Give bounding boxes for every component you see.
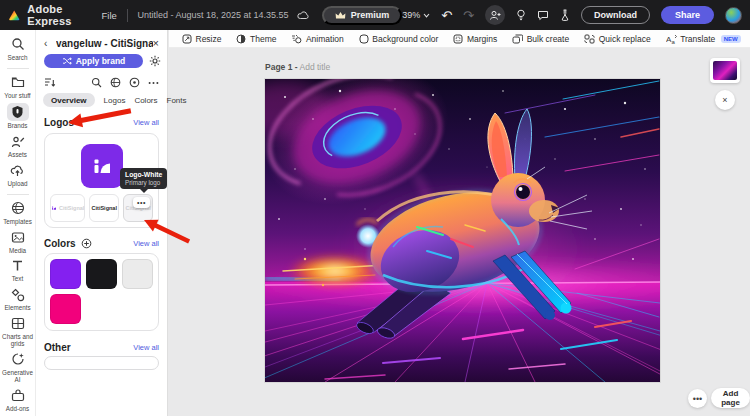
cloud-upload-icon	[8, 162, 28, 178]
rail-item-charts-grids[interactable]: Charts and grids	[1, 315, 35, 347]
back-chevron-button[interactable]: ‹	[44, 38, 54, 49]
top-bar: Adobe Express File Untitled - August 18,…	[0, 0, 750, 30]
rail-item-assets[interactable]: Assets	[1, 134, 35, 159]
color-swatch-black[interactable]	[86, 259, 117, 289]
translate-icon: Aa	[666, 34, 677, 44]
bulk-create-button[interactable]: Bulk create	[512, 34, 569, 44]
tab-colors[interactable]: Colors	[134, 93, 157, 107]
theme-button[interactable]: Theme	[236, 34, 276, 44]
rail-item-text[interactable]: Text	[1, 258, 35, 283]
zoom-control[interactable]: 39%	[402, 10, 430, 20]
panel-close-button[interactable]: ×	[153, 37, 159, 49]
brand-panel-title: vangeluw - CitiSignal__	[56, 38, 153, 49]
colors-view-all-link[interactable]: View all	[133, 239, 159, 248]
tab-fonts[interactable]: Fonts	[167, 93, 187, 107]
canvas-toolbar: Resize Theme Animation Background color …	[169, 30, 750, 48]
file-menu[interactable]: File	[101, 10, 116, 21]
color-swatch-white[interactable]	[122, 259, 153, 289]
page-thumbnail-image	[713, 61, 737, 80]
share-button[interactable]: Share	[661, 6, 714, 24]
download-button[interactable]: Download	[581, 6, 650, 24]
brand-settings-gear-icon[interactable]	[149, 55, 161, 67]
resize-button[interactable]: Resize	[182, 34, 221, 44]
animation-button[interactable]: Animation	[291, 34, 343, 44]
folder-icon	[8, 74, 28, 90]
rail-item-add-ons[interactable]: Add-ons	[1, 387, 35, 412]
logos-view-all-link[interactable]: View all	[133, 118, 159, 127]
redo-button[interactable]: ↷	[463, 9, 474, 22]
rail-item-upload[interactable]: Upload	[1, 162, 35, 187]
animation-icon	[291, 34, 302, 44]
panel-more-icon[interactable]	[148, 81, 159, 85]
color-swatch-purple[interactable]	[50, 259, 81, 289]
sort-icon[interactable]	[44, 77, 56, 88]
topbar-divider	[127, 9, 128, 22]
margins-button[interactable]: Margins	[453, 34, 497, 44]
rail-item-elements[interactable]: Elements	[1, 287, 35, 312]
logo-tooltip: Logo-White Primary logo	[120, 168, 167, 189]
canvas-area: Resize Theme Animation Background color …	[169, 30, 750, 416]
shared-brand-icon[interactable]	[110, 77, 121, 88]
media-image-icon	[8, 229, 28, 245]
mini-logo-mark	[51, 205, 57, 211]
person-pencil-icon	[8, 134, 28, 150]
colors-heading: Colors	[44, 238, 76, 249]
translate-button[interactable]: Aa Translate NEW	[666, 34, 741, 44]
brand-tabs: Overview Logos Colors Fonts	[43, 93, 161, 107]
tab-logos[interactable]: Logos	[104, 93, 126, 107]
floating-close-button[interactable]: ×	[715, 90, 735, 110]
user-avatar[interactable]	[725, 7, 742, 24]
page-artwork-neon-rabbit[interactable]	[265, 79, 660, 382]
adobe-express-logo-icon	[8, 7, 20, 24]
citisignal-logo-mark	[81, 144, 123, 188]
app-name: Adobe Express	[27, 3, 87, 27]
tile-more-button[interactable]: •••	[133, 197, 150, 208]
color-swatch-pink[interactable]	[50, 294, 81, 324]
add-title-placeholder[interactable]: Add title	[300, 62, 331, 72]
other-empty-row[interactable]	[44, 356, 159, 370]
page-more-button[interactable]: •••	[688, 389, 707, 408]
panel-search-icon[interactable]	[91, 77, 102, 88]
rail-item-your-stuff[interactable]: Your stuff	[1, 74, 35, 99]
document-title[interactable]: Untitled - August 18, 2025 at 14.35.55	[138, 10, 289, 20]
add-color-icon[interactable]	[81, 238, 92, 249]
theme-icon	[236, 34, 246, 44]
new-badge: NEW	[721, 35, 741, 43]
background-color-icon	[359, 34, 369, 44]
shuffle-icon	[62, 57, 72, 65]
beta-flask-icon[interactable]	[560, 9, 570, 21]
rail-item-media[interactable]: Media	[1, 229, 35, 254]
quick-replace-icon	[584, 34, 595, 44]
logo-tile-white[interactable]: CitiSignal	[50, 194, 85, 222]
text-icon	[8, 258, 28, 274]
person-add-icon	[489, 10, 501, 21]
bulk-create-icon	[512, 34, 523, 44]
rail-item-generative-ai[interactable]: Generative AI	[1, 351, 35, 383]
resize-icon	[182, 34, 192, 44]
target-icon[interactable]	[129, 77, 140, 88]
page-thumbnail[interactable]	[710, 58, 740, 83]
undo-button[interactable]: ↶	[441, 9, 452, 22]
premium-button[interactable]: Premium	[322, 6, 403, 25]
colors-card	[44, 253, 159, 331]
add-page-button[interactable]: Add page	[711, 388, 750, 408]
other-heading: Other	[44, 342, 71, 353]
rail-item-search[interactable]: Search	[1, 36, 35, 61]
background-color-button[interactable]: Background color	[359, 34, 439, 44]
rail-item-templates[interactable]: Templates	[1, 200, 35, 225]
tab-overview[interactable]: Overview	[43, 93, 95, 107]
other-view-all-link[interactable]: View all	[133, 343, 159, 352]
brand-panel: ‹ vangeluw - CitiSignal__ × Apply brand …	[36, 30, 168, 416]
comment-icon[interactable]	[537, 10, 549, 21]
svg-text:a: a	[671, 38, 675, 44]
invite-people-button[interactable]	[485, 5, 505, 25]
quick-replace-button[interactable]: Quick replace	[584, 34, 650, 44]
page-label: Page 1 - Add title	[265, 62, 330, 72]
lightbulb-icon[interactable]	[516, 9, 526, 21]
logo-tile-hovered[interactable]: CitiSignal •••	[123, 194, 153, 222]
left-rail: Search Your stuff Brands Assets Upload T…	[0, 30, 36, 416]
apply-brand-button[interactable]: Apply brand	[44, 54, 143, 68]
search-icon	[8, 36, 28, 52]
rail-item-brands[interactable]: Brands	[1, 103, 35, 130]
logo-tile-dark[interactable]: CitiSignal	[89, 194, 119, 222]
